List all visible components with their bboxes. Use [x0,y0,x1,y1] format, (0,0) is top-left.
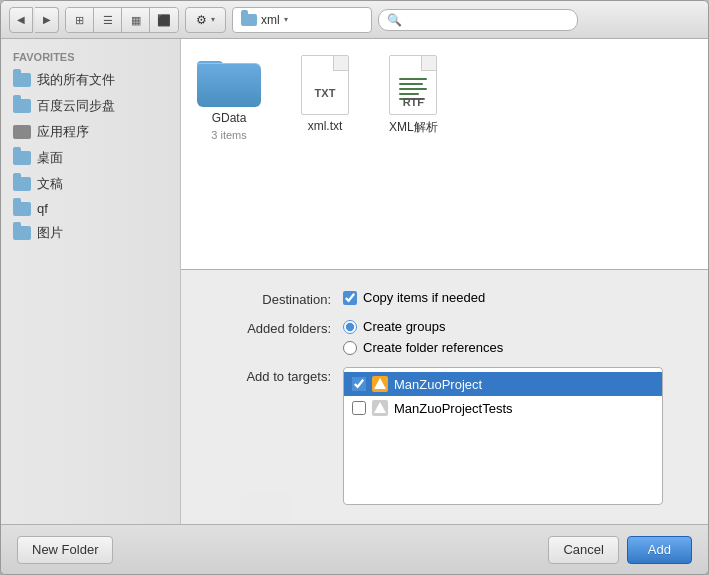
app-icon [13,125,31,139]
search-box[interactable]: 🔍 [378,9,578,31]
file-name: xml.txt [308,119,343,133]
create-groups-row: Create groups [343,319,503,334]
txt-file-icon: TXT [301,55,349,115]
view-icon-button[interactable]: ⊞ [66,8,94,33]
copy-items-checkbox[interactable] [343,291,357,305]
toolbar: ◀ ▶ ⊞ ☰ ▦ ⬛ ⚙ ▾ xml ▾ 🔍 [1,1,708,39]
bottom-left: New Folder [17,536,113,564]
file-name: GData [212,111,247,125]
destination-row: Destination: Copy items if needed [211,290,708,307]
sidebar-item-pictures[interactable]: 图片 [1,220,180,246]
file-item-xmltxt[interactable]: TXT xml.txt [301,55,349,133]
sidebar-item-all-files[interactable]: 我的所有文件 [1,67,180,93]
copy-items-label: Copy items if needed [363,290,485,305]
xcode-test-icon [372,400,388,416]
file-sub-label: 3 items [211,129,246,141]
txt-label: TXT [315,87,336,99]
rtf-line [399,78,427,80]
file-item-gdata[interactable]: GData 3 items [197,55,261,141]
folder-icon [13,202,31,216]
create-references-row: Create folder references [343,340,503,355]
file-item-xmlrtf[interactable]: RTF XML解析 [389,55,438,136]
cancel-button[interactable]: Cancel [548,536,618,564]
added-folders-label: Added folders: [211,319,331,336]
sidebar-item-documents[interactable]: 文稿 [1,171,180,197]
view-buttons: ⊞ ☰ ▦ ⬛ [65,7,179,33]
action-arrow: ▾ [211,15,215,24]
sidebar-label: qf [37,201,48,216]
destination-content: Copy items if needed [343,290,485,305]
create-references-radio[interactable] [343,341,357,355]
targets-content: ManZuoProject ManZuoPro [343,367,663,505]
sidebar-label: 百度云同步盘 [37,97,115,115]
view-list-button[interactable]: ☰ [94,8,122,33]
rtf-file-icon: RTF [389,55,437,115]
add-to-targets-label: Add to targets: [211,367,331,384]
target-name-main: ManZuoProject [394,377,482,392]
content-area: FAVORITES 我的所有文件 百度云同步盘 应用程序 桌面 文稿 [1,39,708,524]
back-button[interactable]: ◀ [9,7,33,33]
target-row-main[interactable]: ManZuoProject [344,372,662,396]
added-folders-row: Added folders: Create groups Create fold… [211,319,708,355]
rtf-line [399,83,423,85]
folder-path[interactable]: xml ▾ [232,7,372,33]
sidebar-label: 桌面 [37,149,63,167]
rtf-label: RTF [403,96,424,108]
nav-buttons: ◀ ▶ [9,7,59,33]
sidebar-item-applications[interactable]: 应用程序 [1,119,180,145]
destination-checkbox-row: Copy items if needed [343,290,485,305]
sidebar-label: 文稿 [37,175,63,193]
folder-icon [241,14,257,26]
action-button[interactable]: ⚙ ▾ [185,7,226,33]
folder-icon [13,99,31,113]
sidebar-item-desktop[interactable]: 桌面 [1,145,180,171]
view-cover-button[interactable]: ⬛ [150,8,178,33]
target-row-tests[interactable]: ManZuoProjectTests [344,396,662,420]
dialog-panel: Destination: Copy items if needed Added … [181,269,708,524]
forward-button[interactable]: ▶ [35,7,59,33]
destination-label: Destination: [211,290,331,307]
create-groups-radio[interactable] [343,320,357,334]
folder-body [197,63,261,107]
folder-icon [13,226,31,240]
target-checkbox-tests[interactable] [352,401,366,415]
current-folder-name: xml [261,13,280,27]
create-groups-label: Create groups [363,319,445,334]
new-folder-button[interactable]: New Folder [17,536,113,564]
rtf-line [399,93,419,95]
folder-icon [13,151,31,165]
targets-box: ManZuoProject ManZuoPro [343,367,663,505]
create-references-label: Create folder references [363,340,503,355]
sidebar-section-favorites: FAVORITES [1,47,180,67]
folder-icon [13,73,31,87]
main-window: ◀ ▶ ⊞ ☰ ▦ ⬛ ⚙ ▾ xml ▾ 🔍 FAVORITES 我的所 [0,0,709,575]
sidebar-item-qf[interactable]: qf [1,197,180,220]
target-name-tests: ManZuoProjectTests [394,401,513,416]
file-name: XML解析 [389,119,438,136]
sidebar-item-baidu[interactable]: 百度云同步盘 [1,93,180,119]
add-button[interactable]: Add [627,536,692,564]
search-icon: 🔍 [387,13,402,27]
xcode-project-icon [372,376,388,392]
sidebar: FAVORITES 我的所有文件 百度云同步盘 应用程序 桌面 文稿 [1,39,181,524]
added-folders-content: Create groups Create folder references [343,319,503,355]
folder-dropdown-arrow: ▾ [284,15,288,24]
action-icon: ⚙ [196,13,207,27]
rtf-line [399,88,427,90]
file-area: GData 3 items TXT xml.txt [181,39,708,524]
sidebar-label: 我的所有文件 [37,71,115,89]
sidebar-label: 应用程序 [37,123,89,141]
sidebar-label: 图片 [37,224,63,242]
targets-placeholder [344,420,662,500]
target-checkbox-main[interactable] [352,377,366,391]
folder-icon [13,177,31,191]
bottom-right: Cancel Add [548,536,692,564]
add-to-targets-row: Add to targets: [211,367,708,505]
folder-icon-large [197,55,261,107]
bottom-bar: New Folder Cancel Add [1,524,708,574]
view-column-button[interactable]: ▦ [122,8,150,33]
